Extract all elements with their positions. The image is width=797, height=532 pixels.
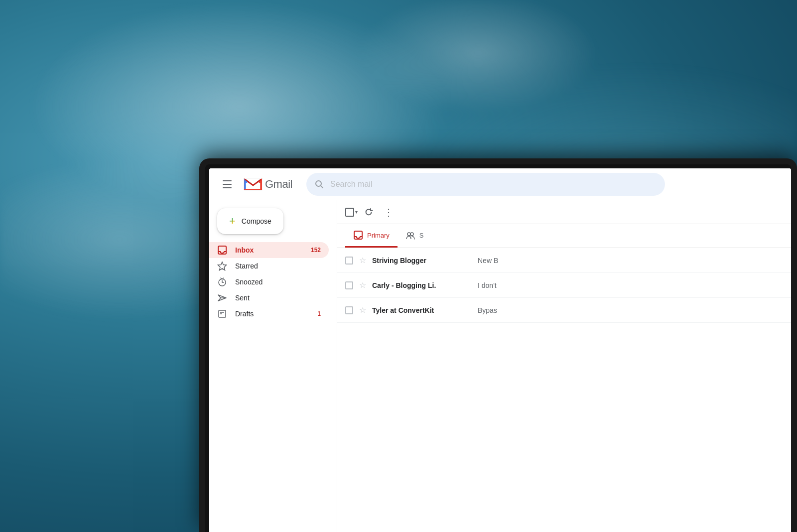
svg-point-8 bbox=[407, 233, 410, 236]
email-list-area: ▾ ⋮ bbox=[337, 200, 791, 532]
social-tab-icon bbox=[405, 230, 415, 240]
sidebar-item-snoozed[interactable]: Snoozed bbox=[209, 274, 329, 290]
email-sender: Carly - Blogging Li. bbox=[372, 281, 472, 289]
search-bar[interactable]: Search mail bbox=[306, 173, 665, 196]
select-all-dropdown[interactable]: ▾ bbox=[345, 208, 358, 217]
gmail-header: Gmail Search mail bbox=[209, 168, 791, 200]
tab-social[interactable]: S bbox=[398, 224, 432, 248]
email-preview: New B bbox=[478, 257, 783, 265]
email-toolbar: ▾ ⋮ bbox=[337, 200, 791, 224]
email-preview: I don't bbox=[478, 281, 783, 289]
snoozed-label: Snoozed bbox=[235, 278, 321, 286]
starred-label: Starred bbox=[235, 262, 321, 270]
email-preview: Bypas bbox=[478, 306, 783, 314]
tab-primary[interactable]: Primary bbox=[345, 224, 398, 248]
email-row[interactable]: Carly - Blogging Li. I don't bbox=[337, 273, 791, 298]
refresh-icon bbox=[364, 208, 373, 217]
email-tabs: Primary S bbox=[337, 224, 791, 248]
search-placeholder: Search mail bbox=[330, 180, 372, 189]
inbox-label: Inbox bbox=[235, 246, 303, 254]
star-icon[interactable] bbox=[359, 256, 366, 265]
inbox-icon bbox=[217, 245, 227, 255]
drafts-label: Drafts bbox=[235, 310, 309, 318]
drafts-icon bbox=[217, 309, 227, 319]
snoozed-icon bbox=[217, 277, 227, 287]
menu-line bbox=[223, 180, 232, 181]
sidebar-item-starred[interactable]: Starred bbox=[209, 258, 329, 274]
email-row[interactable]: Striving Blogger New B bbox=[337, 248, 791, 273]
search-icon bbox=[314, 179, 324, 189]
gmail-screen: Gmail Search mail + Compos bbox=[209, 168, 791, 532]
sent-icon bbox=[217, 293, 227, 303]
gmail-logo: Gmail bbox=[243, 177, 292, 192]
more-options-button[interactable]: ⋮ bbox=[380, 203, 398, 221]
email-sender: Tyler at ConvertKit bbox=[372, 306, 472, 314]
menu-line bbox=[223, 184, 232, 185]
select-all-checkbox[interactable] bbox=[345, 208, 354, 217]
select-dropdown-arrow[interactable]: ▾ bbox=[355, 209, 358, 215]
compose-plus-icon: + bbox=[229, 216, 236, 227]
sidebar-item-drafts[interactable]: Drafts 1 bbox=[209, 306, 329, 322]
email-checkbox[interactable] bbox=[345, 257, 353, 265]
compose-label: Compose bbox=[242, 217, 271, 225]
sidebar-item-sent[interactable]: Sent bbox=[209, 290, 329, 306]
gmail-m-icon bbox=[243, 177, 263, 192]
screen-bezel: Gmail Search mail + Compos bbox=[205, 164, 791, 532]
primary-tab-label: Primary bbox=[367, 232, 390, 239]
gmail-wordmark: Gmail bbox=[265, 178, 292, 191]
svg-line-2 bbox=[320, 185, 323, 188]
more-icon: ⋮ bbox=[384, 207, 394, 217]
email-checkbox[interactable] bbox=[345, 281, 353, 289]
gmail-main: + Compose Inbox 152 bbox=[209, 200, 791, 532]
email-rows: Striving Blogger New B Carly - Blogging … bbox=[337, 248, 791, 532]
email-checkbox[interactable] bbox=[345, 306, 353, 314]
email-sender: Striving Blogger bbox=[372, 257, 472, 265]
primary-tab-icon bbox=[353, 230, 363, 240]
star-icon[interactable] bbox=[359, 280, 366, 290]
refresh-button[interactable] bbox=[360, 203, 378, 221]
email-row[interactable]: Tyler at ConvertKit Bypas bbox=[337, 298, 791, 323]
drafts-badge: 1 bbox=[317, 310, 321, 317]
compose-button[interactable]: + Compose bbox=[217, 208, 283, 234]
gmail-sidebar: + Compose Inbox 152 bbox=[209, 200, 337, 532]
starred-icon bbox=[217, 261, 227, 271]
menu-line bbox=[223, 187, 232, 188]
svg-point-9 bbox=[410, 233, 413, 236]
menu-button[interactable] bbox=[217, 174, 237, 194]
sent-label: Sent bbox=[235, 294, 321, 302]
social-tab-label: S bbox=[419, 232, 424, 239]
laptop-frame: Gmail Search mail + Compos bbox=[199, 158, 797, 532]
star-icon[interactable] bbox=[359, 305, 366, 315]
inbox-badge: 152 bbox=[311, 247, 321, 254]
svg-marker-4 bbox=[218, 262, 227, 270]
sidebar-item-inbox[interactable]: Inbox 152 bbox=[209, 242, 329, 258]
